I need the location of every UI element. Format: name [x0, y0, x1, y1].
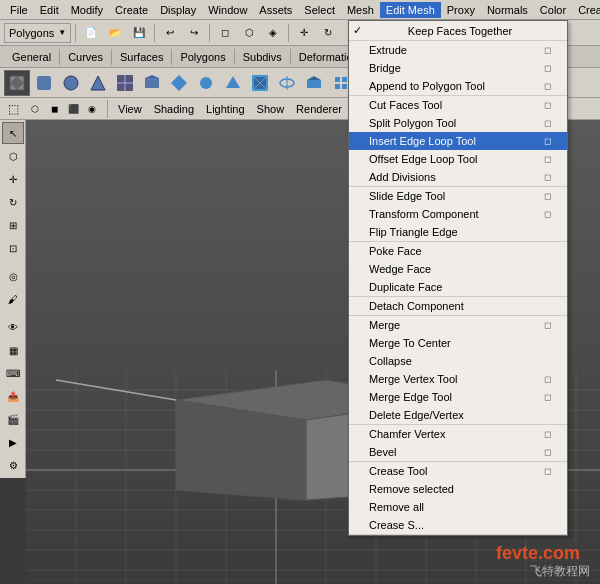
tool-transform[interactable]: ⊡ — [2, 237, 24, 259]
menu-assets[interactable]: Assets — [253, 2, 298, 18]
menu-slide-edge[interactable]: Slide Edge Tool ◻ — [349, 187, 567, 205]
menu-append-polygon[interactable]: Append to Polygon Tool ◻ — [349, 77, 567, 95]
menu-create[interactable]: Create — [109, 2, 154, 18]
menu-remove-all[interactable]: Remove all — [349, 498, 567, 516]
shelf-icon-2[interactable] — [31, 70, 57, 96]
shelf-icon-5[interactable] — [112, 70, 138, 96]
tool-render2[interactable]: ▶ — [2, 431, 24, 453]
shelf-icon-8[interactable] — [193, 70, 219, 96]
menu-keep-faces-together[interactable]: ✓ Keep Faces Together — [349, 21, 567, 40]
menu-merge-vertex[interactable]: Merge Vertex Tool ◻ — [349, 370, 567, 388]
menu-insert-edge-loop[interactable]: Insert Edge Loop Tool ◻ — [349, 132, 567, 150]
menu-cut-faces[interactable]: Cut Faces Tool ◻ — [349, 96, 567, 114]
watermark-text: fevte.com — [496, 543, 580, 564]
menu-mesh[interactable]: Mesh — [341, 2, 380, 18]
menu-remove-selected[interactable]: Remove selected — [349, 480, 567, 498]
menu-item-label: Bevel — [369, 446, 397, 458]
menu-modify[interactable]: Modify — [65, 2, 109, 18]
menu-item-label: Remove all — [369, 501, 424, 513]
menu-flip-triangle[interactable]: Flip Triangle Edge — [349, 223, 567, 241]
menu-bevel[interactable]: Bevel ◻ — [349, 443, 567, 461]
shelf-icon-3[interactable] — [58, 70, 84, 96]
menu-item-label: Split Polygon Tool — [369, 117, 456, 129]
menu-chamfer-vertex[interactable]: Chamfer Vertex ◻ — [349, 425, 567, 443]
toolbar-paint-icon[interactable]: ◈ — [262, 22, 284, 44]
tool-render1[interactable]: 🎬 — [2, 408, 24, 430]
menu-transform-component[interactable]: Transform Component ◻ — [349, 205, 567, 223]
tab-surfaces[interactable]: Surfaces — [112, 49, 172, 65]
tool-move[interactable]: ✛ — [2, 168, 24, 190]
tab-curves[interactable]: Curves — [60, 49, 112, 65]
tool-rotate[interactable]: ↻ — [2, 191, 24, 213]
tool-show-hide[interactable]: 👁 — [2, 316, 24, 338]
toolbar-save-icon[interactable]: 💾 — [128, 22, 150, 44]
shelf-icon-4[interactable] — [85, 70, 111, 96]
menu-poke-face[interactable]: Poke Face — [349, 242, 567, 260]
menu-add-divisions[interactable]: Add Divisions ◻ — [349, 168, 567, 186]
menu-color[interactable]: Color — [534, 2, 572, 18]
polygon-dropdown[interactable]: Polygons ▼ — [4, 23, 71, 43]
menu-file[interactable]: File — [4, 2, 34, 18]
view-solid-icon[interactable]: ◼ — [45, 100, 63, 118]
svg-rect-20 — [335, 77, 340, 82]
toolbar-move-icon[interactable]: ✛ — [293, 22, 315, 44]
shelf-icon-6[interactable] — [139, 70, 165, 96]
tool-layer[interactable]: ▦ — [2, 339, 24, 361]
menu-edit[interactable]: Edit — [34, 2, 65, 18]
tab-general[interactable]: General — [4, 49, 60, 65]
view-wireframe-icon[interactable]: ⬡ — [26, 100, 44, 118]
toolbar-rotate-icon[interactable]: ↻ — [317, 22, 339, 44]
toolbar-lasso-icon[interactable]: ⬡ — [238, 22, 260, 44]
view-menu[interactable]: View — [114, 102, 146, 116]
tab-subdivs[interactable]: Subdivs — [235, 49, 291, 65]
menu-display[interactable]: Display — [154, 2, 202, 18]
shading-menu[interactable]: Shading — [150, 102, 198, 116]
menu-duplicate-face[interactable]: Duplicate Face — [349, 278, 567, 296]
menu-bridge[interactable]: Bridge ◻ — [349, 59, 567, 77]
shelf-icon-11[interactable] — [274, 70, 300, 96]
tool-soft-select[interactable]: ◎ — [2, 265, 24, 287]
toolbar-new-icon[interactable]: 📄 — [80, 22, 102, 44]
menu-detach-component[interactable]: Detach Component — [349, 297, 567, 315]
menu-delete-edge-vertex[interactable]: Delete Edge/Vertex — [349, 406, 567, 424]
menu-crease-tool[interactable]: Crease Tool ◻ — [349, 462, 567, 480]
toolbar-select-icon[interactable]: ◻ — [214, 22, 236, 44]
tab-polygons[interactable]: Polygons — [172, 49, 234, 65]
toolbar-open-icon[interactable]: 📂 — [104, 22, 126, 44]
tool-input[interactable]: ⌨ — [2, 362, 24, 384]
menu-createuvs[interactable]: Create UVs — [572, 2, 600, 18]
menu-offset-edge-loop[interactable]: Offset Edge Loop Tool ◻ — [349, 150, 567, 168]
menu-merge-center[interactable]: Merge To Center — [349, 334, 567, 352]
view-light-icon[interactable]: ◉ — [83, 100, 101, 118]
menu-window[interactable]: Window — [202, 2, 253, 18]
toolbar-undo-icon[interactable]: ↩ — [159, 22, 181, 44]
toolbar-redo-icon[interactable]: ↪ — [183, 22, 205, 44]
menu-wedge-face[interactable]: Wedge Face — [349, 260, 567, 278]
shelf-icon-7[interactable] — [166, 70, 192, 96]
menu-merge-edge[interactable]: Merge Edge Tool ◻ — [349, 388, 567, 406]
menu-merge[interactable]: Merge ◻ — [349, 316, 567, 334]
menu-proxy[interactable]: Proxy — [441, 2, 481, 18]
menu-select[interactable]: Select — [298, 2, 341, 18]
shelf-icon-12[interactable] — [301, 70, 327, 96]
menu-crease-s[interactable]: Crease S... — [349, 516, 567, 534]
tool-output[interactable]: 📤 — [2, 385, 24, 407]
lighting-menu[interactable]: Lighting — [202, 102, 249, 116]
menu-collapse[interactable]: Collapse — [349, 352, 567, 370]
renderer-menu[interactable]: Renderer — [292, 102, 346, 116]
tool-scale[interactable]: ⊞ — [2, 214, 24, 236]
shelf-icon-1[interactable] — [4, 70, 30, 96]
menu-normals[interactable]: Normals — [481, 2, 534, 18]
tool-settings[interactable]: ⚙ — [2, 454, 24, 476]
shelf-icon-10[interactable] — [247, 70, 273, 96]
view-select-icon[interactable]: ⬚ — [4, 100, 22, 118]
show-menu[interactable]: Show — [253, 102, 289, 116]
tool-sculpt[interactable]: 🖌 — [2, 288, 24, 310]
view-texture-icon[interactable]: ⬛ — [64, 100, 82, 118]
shelf-icon-9[interactable] — [220, 70, 246, 96]
menu-extrude[interactable]: Extrude ◻ — [349, 41, 567, 59]
tool-select[interactable]: ↖ — [2, 122, 24, 144]
tool-lasso[interactable]: ⬡ — [2, 145, 24, 167]
menu-editmesh[interactable]: Edit Mesh — [380, 2, 441, 18]
menu-split-polygon[interactable]: Split Polygon Tool ◻ — [349, 114, 567, 132]
